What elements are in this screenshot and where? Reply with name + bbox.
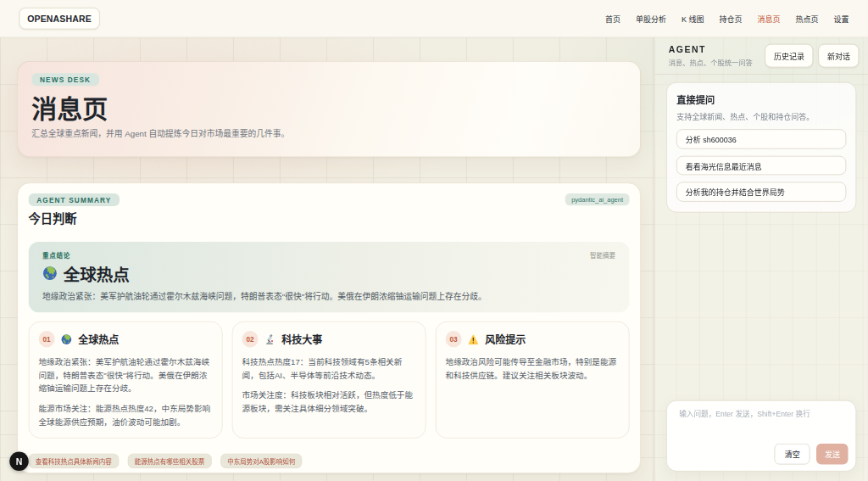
- nav-item[interactable]: 持仓页: [719, 13, 742, 24]
- suggestion-button[interactable]: 分析我的持仓并结合世界局势: [676, 182, 846, 202]
- hero-card: NEWS DESK 消息页 汇总全球重点新闻，并用 Agent 自动提炼今日对市…: [17, 61, 641, 157]
- summary-columns: 01 全球热点 地缘政治紧张：美军护航油轮通过霍尔木兹海峡问题，特朗普表态"很快…: [29, 322, 630, 439]
- summary-column-card: 01 全球热点 地缘政治紧张：美军护航油轮通过霍尔木兹海峡问题，特朗普表态"很快…: [29, 322, 223, 439]
- column-paragraph: 科技热点热度17：当前科技领域有5条相关新闻，包括AI、半导体等前沿技术动态。: [242, 355, 417, 382]
- column-paragraph: 市场关注度：科技板块相对活跃，但热度低于能源板块，需关注具体细分领域突破。: [242, 389, 417, 416]
- warning-icon: [468, 333, 479, 344]
- question-input[interactable]: [679, 409, 849, 434]
- direct-ask-card: 直接提问 支持全球新闻、热点、个股和持仓问答。 分析 sh600036看看海光信…: [666, 82, 856, 212]
- nav-item[interactable]: 设置: [833, 13, 849, 24]
- highlight-title: 全球热点: [64, 261, 130, 285]
- agent-summary-card: AGENT SUMMARY pydantic_ai_agent 今日判断 重点结…: [17, 182, 641, 473]
- nav-item[interactable]: 单股分析: [636, 13, 666, 24]
- clear-button[interactable]: 清空: [775, 444, 810, 465]
- microscope-icon: [264, 333, 275, 344]
- page-body: NEWS DESK 消息页 汇总全球重点新闻，并用 Agent 自动提炼今日对市…: [0, 37, 868, 481]
- column-paragraph: 能源市场关注：能源热点热度42，中东局势影响全球能源供应预期，油价波动可能加剧。: [39, 402, 214, 429]
- nav-item[interactable]: 热点页: [795, 13, 818, 24]
- direct-ask-title: 直接提问: [676, 92, 846, 106]
- nav-item[interactable]: 消息页: [757, 13, 780, 24]
- page-title: 消息页: [31, 95, 626, 122]
- highlight-text: 地缘政治紧张：美军护航油轮通过霍尔木兹海峡问题，特朗普表态"很快"将行动。美俄在…: [42, 289, 615, 301]
- column-paragraph: 地缘政治风险可能传导至金融市场，特别是能源和科技供应链。建议关注相关板块波动。: [446, 355, 620, 382]
- globe-icon: [61, 333, 72, 344]
- column-title: 全球热点: [78, 332, 119, 347]
- suggestion-list: 分析 sh600036看看海光信息最近消息分析我的持仓并结合世界局势: [676, 130, 846, 202]
- column-title: 风险提示: [485, 332, 526, 347]
- agent-sidebar-header: AGENT 消息、热点、个股统一问答 历史记录 新对话: [655, 37, 868, 75]
- column-number-badge: 02: [242, 331, 259, 347]
- summary-column-card: 02 科技大事 科技热点热度17：当前科技领域有5条相关新闻，包括AI、半导体等…: [232, 322, 426, 439]
- key-conclusion-label: 重点结论: [42, 250, 70, 260]
- main-nav: 首页单股分析K 线图持仓页消息页热点页设置: [605, 13, 849, 24]
- main-column: NEWS DESK 消息页 汇总全球重点新闻，并用 Agent 自动提炼今日对市…: [0, 37, 654, 481]
- agent-title: AGENT: [669, 45, 753, 55]
- composer-card: 清空 发送: [666, 400, 856, 472]
- key-conclusion-box: 重点结论 智能摘要 全球热点 地缘政治紧张：美军护航油轮通过霍尔木兹海峡问题，特…: [29, 242, 630, 312]
- nav-item[interactable]: 首页: [605, 13, 620, 24]
- followup-chip[interactable]: 中东局势对A股影响如何: [220, 454, 303, 468]
- agent-subtitle: 消息、热点、个股统一问答: [669, 57, 753, 67]
- agent-summary-badge: AGENT SUMMARY: [29, 193, 120, 206]
- top-navbar: OPENASHARE 首页单股分析K 线图持仓页消息页热点页设置: [0, 0, 868, 37]
- column-title: 科技大事: [281, 332, 322, 347]
- column-number-badge: 01: [39, 331, 55, 347]
- globe-icon: [42, 266, 57, 281]
- summary-column-card: 03 风险提示 地缘政治风险可能传导至金融市场，特别是能源和科技供应链。建议关注…: [436, 322, 630, 439]
- column-paragraph: 地缘政治紧张：美军护航油轮通过霍尔木兹海峡问题，特朗普表态"很快"将行动。美俄在…: [39, 355, 214, 395]
- suggestion-button[interactable]: 看看海光信息最近消息: [676, 156, 846, 176]
- news-desk-badge: NEWS DESK: [31, 73, 99, 86]
- smart-summary-label: 智能摘要: [590, 250, 615, 260]
- suggestion-button[interactable]: 分析 sh600036: [676, 130, 846, 149]
- direct-ask-description: 支持全球新闻、热点、个股和持仓问答。: [676, 111, 846, 122]
- column-number-badge: 03: [446, 331, 462, 347]
- new-chat-button[interactable]: 新对话: [818, 44, 859, 68]
- followup-chip[interactable]: 能源热点有哪些相关股票: [128, 454, 212, 468]
- send-button[interactable]: 发送: [816, 444, 849, 465]
- history-button[interactable]: 历史记录: [765, 44, 813, 68]
- summary-heading: 今日判断: [29, 209, 630, 226]
- page-subtitle: 汇总全球重点新闻，并用 Agent 自动提炼今日对市场最重要的几件事。: [31, 126, 626, 138]
- nav-item[interactable]: K 线图: [682, 13, 704, 24]
- agent-sidebar: AGENT 消息、热点、个股统一问答 历史记录 新对话 直接提问 支持全球新闻、…: [654, 37, 868, 481]
- followup-chip[interactable]: 查看科技热点具体新闻内容: [29, 454, 120, 468]
- app-root: OPENASHARE 首页单股分析K 线图持仓页消息页热点页设置 NEWS DE…: [0, 0, 868, 481]
- brand-logo[interactable]: OPENASHARE: [19, 8, 100, 30]
- agent-model-tag: pydantic_ai_agent: [565, 193, 630, 205]
- followup-chips: 查看科技热点具体新闻内容能源热点有哪些相关股票中东局势对A股影响如何: [29, 454, 630, 468]
- agent-sidebar-body: 直接提问 支持全球新闻、热点、个股和持仓问答。 分析 sh600036看看海光信…: [655, 75, 868, 481]
